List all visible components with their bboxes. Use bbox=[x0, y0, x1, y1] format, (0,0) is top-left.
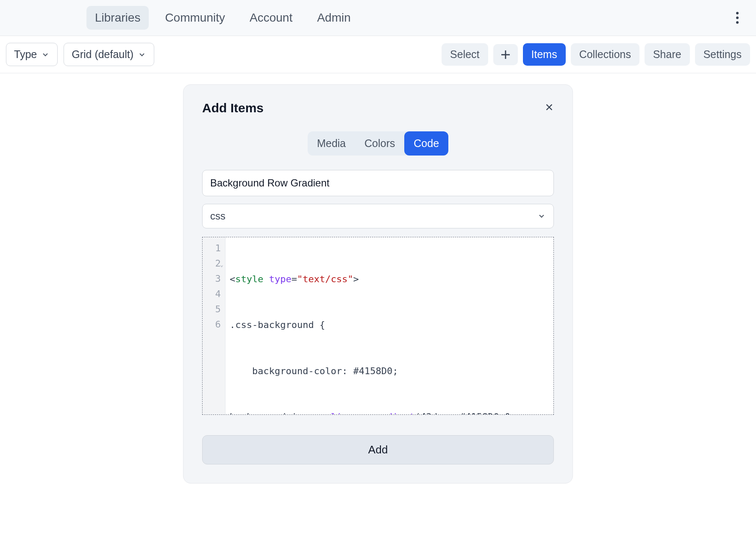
layout-select[interactable]: Grid (default) bbox=[64, 43, 154, 66]
chevron-down-icon bbox=[41, 50, 50, 59]
svg-point-0 bbox=[736, 12, 739, 14]
add-items-modal: Add Items Media Colors Code css 1 2⌄ 3 4… bbox=[183, 84, 573, 484]
language-select-value: css bbox=[210, 210, 225, 222]
language-select[interactable]: css bbox=[202, 204, 554, 228]
type-filter-label: Type bbox=[14, 48, 37, 61]
chevron-down-icon bbox=[138, 50, 146, 59]
item-name-input[interactable] bbox=[202, 170, 554, 196]
nav-community[interactable]: Community bbox=[156, 6, 233, 30]
line-number: 5 bbox=[203, 302, 222, 317]
add-item-button[interactable] bbox=[493, 44, 518, 65]
top-nav-bar: Libraries Community Account Admin bbox=[0, 0, 756, 36]
close-icon bbox=[545, 103, 554, 112]
top-nav: Libraries Community Account Admin bbox=[86, 6, 359, 30]
nav-libraries[interactable]: Libraries bbox=[86, 6, 149, 30]
chevron-down-icon bbox=[537, 212, 546, 220]
code-editor[interactable]: 1 2⌄ 3 4 5 6 <style type="text/css"> .cs… bbox=[202, 237, 554, 415]
segment-code[interactable]: Code bbox=[404, 131, 448, 156]
nav-admin[interactable]: Admin bbox=[309, 6, 359, 30]
library-toolbar: Type Grid (default) Select Items Collect… bbox=[0, 36, 756, 73]
more-menu-icon[interactable] bbox=[727, 8, 748, 28]
svg-point-1 bbox=[736, 17, 739, 19]
settings-button[interactable]: Settings bbox=[695, 43, 750, 66]
segment-colors[interactable]: Colors bbox=[355, 131, 404, 156]
collections-tab-button[interactable]: Collections bbox=[571, 43, 639, 66]
nav-account[interactable]: Account bbox=[241, 6, 301, 30]
svg-point-2 bbox=[736, 21, 739, 24]
plus-icon bbox=[499, 48, 512, 61]
close-modal-button[interactable] bbox=[545, 103, 554, 114]
line-number: 2⌄ bbox=[203, 256, 222, 271]
fold-icon[interactable]: ⌄ bbox=[220, 260, 223, 269]
type-filter-select[interactable]: Type bbox=[6, 43, 58, 66]
segment-media[interactable]: Media bbox=[308, 131, 355, 156]
add-submit-button[interactable]: Add bbox=[202, 435, 554, 464]
line-number: 3 bbox=[203, 271, 222, 286]
select-mode-button[interactable]: Select bbox=[442, 43, 488, 66]
layout-select-label: Grid (default) bbox=[72, 48, 133, 61]
modal-title: Add Items bbox=[202, 101, 264, 115]
line-number: 6 bbox=[203, 317, 222, 332]
editor-content[interactable]: <style type="text/css"> .css-background … bbox=[225, 237, 553, 414]
items-tab-button[interactable]: Items bbox=[523, 43, 566, 66]
editor-gutter: 1 2⌄ 3 4 5 6 bbox=[203, 237, 225, 414]
line-number: 4 bbox=[203, 286, 222, 302]
item-type-segmented-control: Media Colors Code bbox=[202, 131, 554, 156]
line-number: 1 bbox=[203, 241, 222, 256]
share-button[interactable]: Share bbox=[645, 43, 690, 66]
